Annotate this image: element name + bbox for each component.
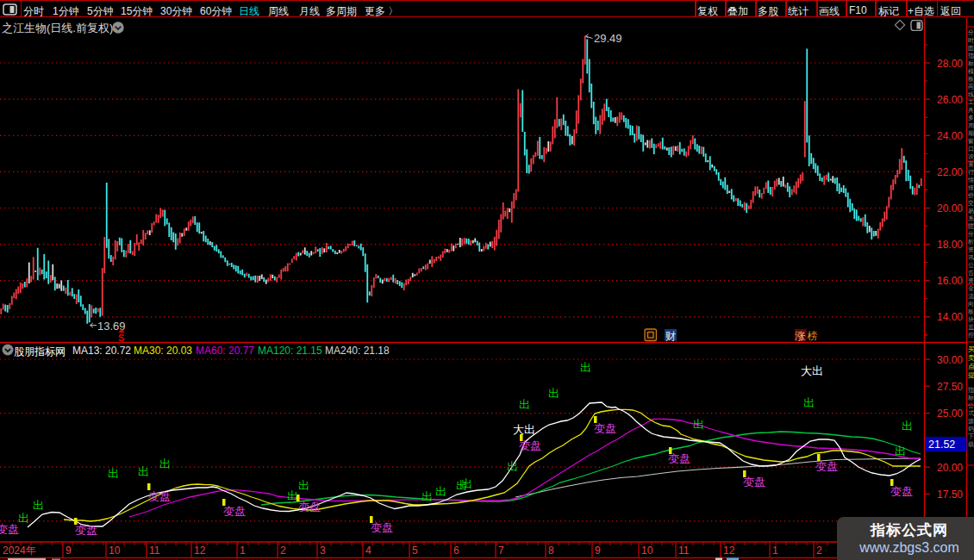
svg-text:出: 出 <box>435 485 446 498</box>
svg-text:变盘: 变盘 <box>668 452 690 465</box>
svg-text:提: 提 <box>968 371 974 379</box>
svg-text:8: 8 <box>548 544 554 557</box>
svg-text:S: S <box>118 333 124 343</box>
svg-text:27.50: 27.50 <box>937 381 963 393</box>
svg-text:10: 10 <box>641 544 653 557</box>
svg-text:指: 指 <box>967 387 974 393</box>
svg-text:金: 金 <box>968 285 974 291</box>
svg-text:24.00: 24.00 <box>937 130 963 142</box>
svg-text:2: 2 <box>280 544 286 557</box>
svg-text:出: 出 <box>461 477 472 490</box>
svg-text:出: 出 <box>18 512 29 525</box>
svg-text:变盘: 变盘 <box>371 521 393 534</box>
svg-text:多: 多 <box>968 115 974 121</box>
svg-text:出: 出 <box>33 499 44 512</box>
svg-text:变盘: 变盘 <box>223 505 246 518</box>
svg-text:报: 报 <box>967 184 974 190</box>
svg-text:线: 线 <box>968 91 974 97</box>
svg-text:系: 系 <box>968 215 974 222</box>
svg-text:公: 公 <box>968 402 974 408</box>
svg-text:公: 公 <box>968 262 974 268</box>
svg-text:画: 画 <box>968 84 974 90</box>
svg-text:源: 源 <box>968 418 974 424</box>
svg-text:12: 12 <box>194 544 206 557</box>
svg-text:出: 出 <box>138 465 149 478</box>
svg-text:20.00: 20.00 <box>937 202 963 215</box>
svg-text:出: 出 <box>159 457 171 470</box>
svg-text:统: 统 <box>968 223 974 230</box>
svg-text:7: 7 <box>498 544 504 557</box>
svg-text:析: 析 <box>967 239 974 245</box>
svg-text:出: 出 <box>421 490 433 503</box>
svg-text:卖: 卖 <box>968 354 974 362</box>
svg-text:9: 9 <box>66 544 72 557</box>
svg-text:6: 6 <box>453 544 459 557</box>
svg-text:板: 板 <box>967 76 974 82</box>
svg-text:变盘: 变盘 <box>0 523 19 536</box>
svg-text:2024年: 2024年 <box>3 544 36 557</box>
svg-text:模: 模 <box>968 68 974 75</box>
svg-text:变盘: 变盘 <box>815 460 838 473</box>
svg-text:22.00: 22.00 <box>937 166 963 178</box>
svg-text:出: 出 <box>108 467 119 480</box>
svg-text:交: 交 <box>967 200 974 206</box>
svg-text:出: 出 <box>519 398 530 411</box>
svg-text:30.00: 30.00 <box>937 354 963 366</box>
svg-text:变盘: 变盘 <box>519 439 541 452</box>
svg-text:变盘: 变盘 <box>75 524 97 537</box>
svg-text:时: 时 <box>968 37 974 43</box>
svg-text:出: 出 <box>693 418 704 431</box>
svg-text:口: 口 <box>968 146 974 152</box>
svg-text:26.00: 26.00 <box>937 94 963 106</box>
svg-text:29.49: 29.49 <box>594 32 622 45</box>
svg-text:涨: 涨 <box>795 330 806 342</box>
svg-text:向: 向 <box>968 301 974 307</box>
svg-text:变盘: 变盘 <box>594 422 616 435</box>
svg-text:置: 置 <box>968 161 974 167</box>
svg-text:分: 分 <box>967 231 974 237</box>
svg-text:3: 3 <box>320 544 326 557</box>
svg-text:下: 下 <box>968 433 974 439</box>
svg-text:资: 资 <box>968 246 974 252</box>
svg-text:28.00: 28.00 <box>937 58 963 70</box>
svg-text:点: 点 <box>968 363 974 370</box>
svg-text:16.00: 16.00 <box>937 275 963 287</box>
svg-text:财: 财 <box>665 330 676 342</box>
svg-text:变盘: 变盘 <box>743 476 765 488</box>
svg-text:11: 11 <box>678 544 690 557</box>
svg-text:出: 出 <box>548 387 559 400</box>
svg-text:告: 告 <box>968 270 974 277</box>
svg-text:指: 指 <box>967 53 974 59</box>
svg-text:设: 设 <box>968 153 974 159</box>
svg-text:行: 行 <box>968 169 974 176</box>
svg-text:5: 5 <box>412 544 418 557</box>
svg-text:资: 资 <box>968 277 974 283</box>
svg-text:14.00: 14.00 <box>937 311 963 323</box>
svg-text:码: 码 <box>968 426 974 432</box>
svg-text:18.00: 18.00 <box>937 239 963 251</box>
svg-text:变盘: 变盘 <box>298 501 321 513</box>
svg-text:4: 4 <box>365 544 371 557</box>
svg-text:10: 10 <box>109 544 121 557</box>
svg-text:价: 价 <box>967 192 974 198</box>
svg-text:出: 出 <box>803 396 815 409</box>
svg-text:分: 分 <box>967 29 974 35</box>
svg-text:出: 出 <box>507 460 518 473</box>
svg-text:块: 块 <box>967 316 974 322</box>
svg-text:板: 板 <box>967 308 974 314</box>
svg-text:窗: 窗 <box>968 138 974 145</box>
svg-text:期: 期 <box>968 130 974 136</box>
svg-text:1: 1 <box>240 544 246 557</box>
svg-text:标: 标 <box>967 60 974 67</box>
svg-text:变盘: 变盘 <box>148 490 171 503</box>
svg-text:1: 1 <box>772 544 778 557</box>
svg-text:榜: 榜 <box>807 330 818 342</box>
svg-text:出: 出 <box>902 420 913 432</box>
svg-text:具: 具 <box>967 107 974 114</box>
svg-text:图: 图 <box>968 45 974 52</box>
svg-text:监: 监 <box>968 324 974 330</box>
svg-text:9: 9 <box>595 544 601 557</box>
svg-text:标: 标 <box>967 395 974 401</box>
svg-text:出: 出 <box>895 445 906 457</box>
svg-text:出: 出 <box>580 361 591 374</box>
